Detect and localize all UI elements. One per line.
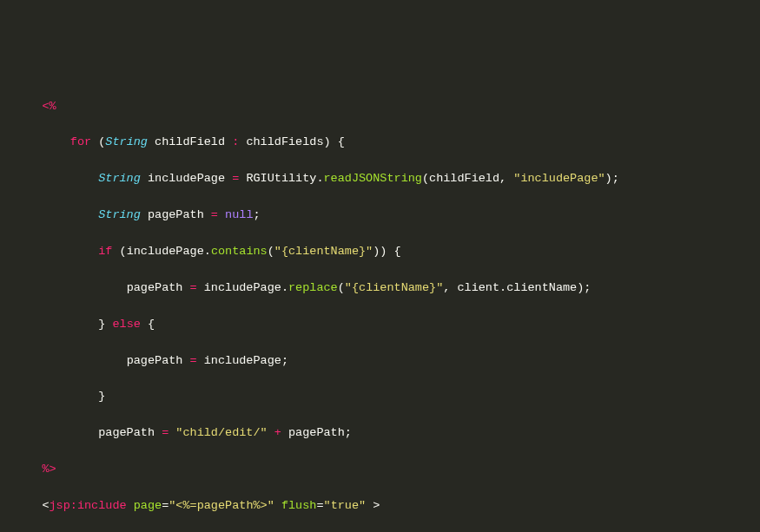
- code-editor[interactable]: <% for (String childField : childFields)…: [14, 80, 746, 532]
- code-line: } else {: [14, 316, 746, 334]
- code-line: pagePath = includePage.replace("{clientN…: [14, 279, 746, 298]
- code-line: String includePage = RGIUtility.readJSON…: [14, 170, 746, 188]
- code-line: String pagePath = null;: [14, 207, 746, 225]
- code-line: if (includePage.contains("{clientName}")…: [14, 243, 746, 261]
- code-line: %>: [14, 461, 746, 479]
- code-line: for (String childField : childFields) {: [14, 134, 746, 152]
- code-line: }: [14, 388, 746, 406]
- code-line: <jsp:include page="<%=pagePath%>" flush=…: [14, 497, 746, 516]
- code-line: <%: [14, 98, 746, 116]
- code-line: pagePath = includePage;: [14, 352, 746, 371]
- code-line: pagePath = "child/edit/" + pagePath;: [14, 424, 746, 443]
